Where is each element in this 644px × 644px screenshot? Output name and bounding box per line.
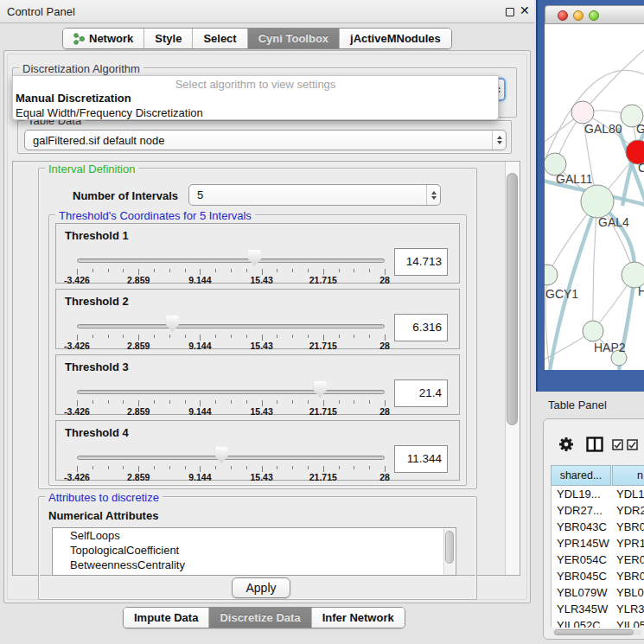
network-node[interactable]: [545, 265, 558, 285]
tab-infer-network[interactable]: Infer Network: [311, 608, 405, 628]
tick-label: 15.43: [250, 406, 272, 417]
table-row[interactable]: YBR045CYBR045C: [552, 568, 644, 584]
tab-label: Impute Data: [134, 611, 198, 624]
slider-track[interactable]: [77, 390, 385, 394]
traffic-light-close-icon[interactable]: [558, 10, 568, 21]
attribute-list-scrollbar[interactable]: [443, 529, 455, 576]
attribute-list-scrollbar-thumb[interactable]: [445, 531, 454, 564]
slider-tick: [339, 466, 340, 469]
vertical-scrollbar-thumb[interactable]: [507, 173, 518, 425]
slider-tick: [231, 269, 232, 272]
network-canvas[interactable]: GAL80GCGAL11GAL4GCY1HHAP2: [545, 24, 644, 370]
network-edge: [583, 50, 644, 112]
slider-tick: [308, 466, 309, 469]
slider-thumb[interactable]: [314, 381, 327, 398]
table-data-combobox[interactable]: galFiltered.sif default node: [24, 130, 507, 150]
tab-label: Select: [203, 32, 236, 45]
slider-tick: [215, 466, 216, 469]
table-row[interactable]: YIL052CYIL052C: [552, 617, 644, 628]
popup-item[interactable]: Manual Discretization: [13, 91, 498, 105]
slider-tick: [185, 335, 186, 338]
slider-thumb[interactable]: [166, 316, 179, 332]
slider-tick: [77, 269, 78, 275]
slider-track[interactable]: [77, 456, 385, 460]
slider-tick: [277, 269, 277, 272]
table-cell: YBR045C: [557, 568, 607, 584]
attribute-list-item[interactable]: TopologicalCoefficient: [53, 543, 456, 558]
threshold-value-field[interactable]: 11.344: [394, 445, 448, 473]
slider-tick: [123, 400, 124, 404]
num-intervals-combobox[interactable]: 5: [188, 184, 441, 206]
horizontal-scrollbar-track[interactable]: [553, 629, 641, 635]
slider-thumb[interactable]: [248, 250, 261, 266]
combo-stepper-icon: [426, 185, 440, 205]
slider-thumb[interactable]: [215, 447, 228, 463]
slider-tick: [323, 466, 324, 472]
table-column-header[interactable]: n: [612, 465, 644, 486]
slider-tick: [138, 466, 139, 472]
network-node[interactable]: [571, 101, 594, 124]
attribute-list-item[interactable]: SelfLoops: [53, 528, 456, 543]
slider-tick: [154, 335, 155, 338]
tab-label: Network: [89, 32, 133, 45]
slider-tick: [354, 269, 354, 272]
slider-tick: [92, 335, 93, 338]
traffic-light-minimize-icon[interactable]: [573, 10, 583, 21]
slider-track[interactable]: [77, 324, 385, 328]
tab-impute-data[interactable]: Impute Data: [124, 608, 208, 628]
attributes-group-title: Attributes to discretize: [45, 491, 163, 504]
tab-discretize-data[interactable]: Discretize Data: [208, 608, 310, 628]
attribute-list-item[interactable]: BetweennessCentrality: [53, 558, 456, 572]
table-row[interactable]: YPR145WYPR145W: [552, 535, 644, 552]
table-row[interactable]: YDR27...YDR27...: [552, 502, 644, 519]
slider-track[interactable]: [77, 258, 385, 263]
slider-tick: [185, 466, 186, 469]
table-column-header[interactable]: shared...: [551, 465, 611, 486]
slider-tick: [231, 335, 232, 338]
threshold-label: Threshold 4: [65, 426, 129, 439]
table-cell: YBL079W: [616, 584, 644, 601]
network-node[interactable]: [583, 321, 603, 341]
checkbox-icon[interactable]: [627, 439, 638, 450]
table-row[interactable]: YBL079WYBL079W: [552, 584, 644, 601]
attribute-list: SelfLoopsTopologicalCoefficientBetweenne…: [52, 527, 456, 576]
table-row[interactable]: YBR043CYBR043C: [552, 519, 644, 535]
tick-label: 9.144: [188, 275, 211, 285]
slider-tick: [385, 335, 386, 341]
slider-tick: [292, 466, 293, 469]
tab-select[interactable]: Select: [192, 29, 246, 48]
network-node[interactable]: [581, 185, 614, 218]
tab-style[interactable]: Style: [143, 29, 192, 48]
slider-tick: [77, 466, 78, 472]
popup-item[interactable]: Equal Width/Frequency Discretization: [13, 105, 498, 120]
tab-label: Cyni Toolbox: [258, 32, 328, 45]
float-window-icon[interactable]: [506, 8, 514, 16]
slider-tick: [77, 335, 78, 341]
threshold-value-field[interactable]: 6.316: [394, 314, 448, 341]
top-tab-bar: NetworkStyleSelectCyni ToolboxjActiveMNo…: [62, 28, 452, 49]
close-icon[interactable]: ✕: [520, 3, 530, 17]
threshold-value-field[interactable]: 14.713: [394, 248, 448, 276]
split-columns-icon[interactable]: [586, 437, 603, 452]
tick-label: 15.43: [250, 341, 272, 351]
slider-tick: [108, 466, 109, 469]
table-row[interactable]: YDL19...YDL19...: [552, 486, 644, 502]
slider-tick: [369, 269, 370, 272]
tab-network[interactable]: Network: [63, 29, 143, 48]
horizontal-scrollbar-thumb[interactable]: [554, 629, 634, 635]
popup-item-list: Manual DiscretizationEqual Width/Frequen…: [13, 91, 498, 120]
tab-cyni-toolbox[interactable]: Cyni Toolbox: [247, 29, 339, 48]
gear-icon[interactable]: [558, 436, 575, 453]
table-header-row: shared...n: [551, 465, 644, 486]
table-row[interactable]: YER054CYER054C: [552, 552, 644, 568]
table-row[interactable]: YLR345WYLR345W: [552, 601, 644, 617]
checkbox-icon[interactable]: [612, 439, 623, 450]
threshold-value-field[interactable]: 21.4: [394, 379, 448, 407]
slider-tick: [169, 400, 170, 404]
slider-tick: [262, 466, 263, 472]
threshold-label: Threshold 1: [65, 229, 129, 242]
tab-jactivemnodules[interactable]: jActiveMNodules: [339, 29, 451, 48]
apply-button[interactable]: Apply: [232, 577, 290, 598]
control-panel-titlebar: [0, 0, 534, 23]
traffic-light-zoom-icon[interactable]: [589, 10, 599, 21]
